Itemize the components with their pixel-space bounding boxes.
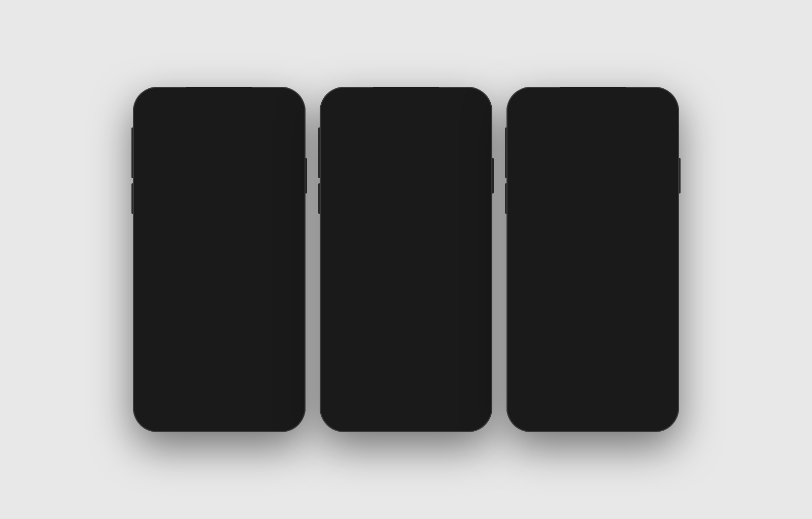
play-icon-1[interactable]: ▶ xyxy=(274,387,280,397)
mix-play-cell[interactable]: ▶ xyxy=(333,217,380,236)
signal-icon-2: ▲▲▲ xyxy=(448,99,463,105)
mix-cell-5[interactable] xyxy=(432,180,479,215)
mini-player-3[interactable]: Touched By You ▶ ⏭ xyxy=(512,378,674,405)
foryou-icon-2: ♥ xyxy=(371,409,376,417)
mini-title-3: Touched By You xyxy=(541,388,642,396)
foryou-icon-3: ♡ xyxy=(557,409,564,417)
tab-search-1[interactable]: ⌕ Search xyxy=(268,409,300,423)
band-member-3 xyxy=(219,172,256,218)
album-1-name-text: Bloom xyxy=(333,327,350,333)
top100-circles xyxy=(197,286,217,298)
radio-hero-desc: Mr Eazi details Life is Eazi Vol. 2 - La… xyxy=(525,228,661,234)
album-1-name: Bloom E xyxy=(333,327,404,333)
tab-browse-3[interactable]: ♪ Browse xyxy=(577,409,609,423)
browse-scroll: ‹ Browse New Music FEATURED ARTIST Check… xyxy=(138,109,300,378)
playlists-see-all[interactable]: See All xyxy=(272,226,292,234)
mini-player-1[interactable]: Touched By You ▶ ⏭ xyxy=(138,378,300,405)
library-icon-1: ⊡ xyxy=(151,409,158,417)
tab-browse-2[interactable]: ♪ Browse xyxy=(390,409,422,423)
skip-icon-3[interactable]: ⏭ xyxy=(660,387,668,397)
radio-show-sub: The voice of London. xyxy=(520,146,666,153)
tab-search-label-1: Search xyxy=(277,418,292,423)
radio-icon-1: ◉ xyxy=(248,409,255,417)
friends-see-all[interactable]: See All xyxy=(459,244,479,252)
radio-scroll: Radio BEATS 1 ON AIR • 8-10AM Rebecca Ju… xyxy=(512,109,674,378)
beats1-label[interactable]: Beats 1 xyxy=(520,245,546,267)
play-icon-3[interactable]: ▶ xyxy=(648,387,654,397)
tab-radio-1[interactable]: ◉ Radio xyxy=(235,409,268,423)
time-2: 9:59 xyxy=(334,98,346,105)
browse-icon-2: ♪ xyxy=(404,409,408,417)
friends-title: Friends Are Listening To xyxy=(333,243,439,253)
beats1-row[interactable]: Beats 1 › xyxy=(520,245,666,267)
new-music-mix-title: New MusicMix xyxy=(337,191,374,206)
status-icons-3: ▲▲▲ wifi ▮ xyxy=(634,99,665,105)
beats-label: BEATS 1 ON AIR • 8-10AM xyxy=(520,131,666,136)
tab-radio-label-3: Radio xyxy=(619,418,631,423)
mix-cell-3[interactable] xyxy=(432,137,479,178)
browse-icon-3: ♪ xyxy=(591,409,595,417)
library-icon-2: ⊡ xyxy=(338,409,345,417)
tab-library-1[interactable]: ⊡ Library xyxy=(138,409,171,423)
recent-card-2[interactable]: 🍎 MUSIC xyxy=(595,313,666,344)
phone-browse: 9:59 ▲▲▲ wifi ▮ ‹ Browse New Music xyxy=(133,87,306,432)
mix-play-button[interactable]: ▶ xyxy=(348,217,366,236)
tab-search-label-3: Search xyxy=(651,418,665,423)
recent-card-1[interactable]: 🍎 MUSIC xyxy=(520,313,591,344)
artist-band-photo[interactable] xyxy=(146,172,292,218)
album-1-artist: Troye Sivan xyxy=(333,333,404,338)
radio-hero-image[interactable]: PLAY NOW Mr Eazi details Life is Eazi Vo… xyxy=(520,157,666,238)
tab-search-2[interactable]: ⌕ Search xyxy=(455,409,487,423)
tab-radio-2[interactable]: ◉ Radio xyxy=(422,409,455,423)
skip-icon-2[interactable]: ⏭ xyxy=(473,387,481,397)
playlist-card-top100[interactable]: TOP 100 UNITED STATES OF AMERICA 100 xyxy=(146,241,221,302)
tab-library-3[interactable]: ⊡ Library xyxy=(512,409,544,423)
radio-icon-2: ◉ xyxy=(435,409,442,417)
mini-player-2[interactable]: Touched By You ▶ ⏭ xyxy=(325,378,487,405)
friend-card-2[interactable]: "Thank U, Next" "thank u, next"THANK U, … xyxy=(408,258,479,338)
mini-thumb-img-3 xyxy=(518,383,536,401)
battery-icon-3: ▮ xyxy=(662,99,665,105)
circle-blue xyxy=(206,286,217,298)
stations-chevron: › xyxy=(663,275,666,283)
tab-browse-1[interactable]: ♪ Browse xyxy=(203,409,235,423)
new-music-mix-cell[interactable]: ✦ MUSIC New MusicMix Updated Today xyxy=(333,137,380,215)
foryou-title: For You xyxy=(333,116,479,132)
tab-radio-3[interactable]: ◉ Radio xyxy=(609,409,641,423)
stations-row[interactable]: Radio Stations › xyxy=(520,267,666,293)
tab-library-2[interactable]: ⊡ Library xyxy=(325,409,357,423)
phone-screen-1: 9:59 ▲▲▲ wifi ▮ ‹ Browse New Music xyxy=(138,92,300,427)
top100-country: UNITED STATES OF AMERICA xyxy=(150,248,217,253)
tab-search-3[interactable]: ⌕ Search xyxy=(641,409,674,423)
back-label[interactable]: Browse xyxy=(149,112,171,120)
screen-content-browse: ‹ Browse New Music FEATURED ARTIST Check… xyxy=(138,109,300,427)
skip-icon-1[interactable]: ⏭ xyxy=(286,387,294,397)
foryou-avatar[interactable] xyxy=(460,109,479,128)
recently-played-title: Recently Played xyxy=(520,299,666,309)
friend-card-1[interactable]: Bloom E Troye Sivan xyxy=(333,258,404,338)
music-label-1: MUSIC xyxy=(527,338,539,342)
play-icon-2[interactable]: ▶ xyxy=(461,387,467,397)
tab-foryou-1[interactable]: ♡ For You xyxy=(171,409,203,423)
stations-label[interactable]: Radio Stations xyxy=(520,269,569,290)
browse-back-nav[interactable]: ‹ Browse xyxy=(146,112,292,120)
mini-thumb-1 xyxy=(144,383,162,401)
mini-controls-1: ▶ ⏭ xyxy=(274,387,294,397)
tab-foryou-2[interactable]: ♥ For You xyxy=(357,409,390,423)
mix-cell-2[interactable]: 🎭 xyxy=(382,137,429,178)
bloom-album xyxy=(333,258,404,325)
tab-foryou-3[interactable]: ♡ For You xyxy=(544,409,577,423)
status-bar-3: 9:59 ▲▲▲ wifi ▮ xyxy=(512,92,674,109)
mix-updated: Updated Today xyxy=(337,207,364,211)
mini-title-2: Touched By You xyxy=(354,388,456,396)
mini-thumb-img-1 xyxy=(144,383,162,401)
mix-cell-4[interactable] xyxy=(382,180,429,215)
phone-foryou: 9:59 ▲▲▲ wifi ▮ FRIDAY, NOVEMBER 9 For Y… xyxy=(320,87,492,432)
radio-icon-3: ◉ xyxy=(622,409,629,417)
playlist-card-neon[interactable]: ♛ xyxy=(226,241,292,302)
friend-cards: Bloom E Troye Sivan "Thank U, Next" "tha… xyxy=(333,258,479,338)
recent-badge-1: 🍎 MUSIC xyxy=(522,338,539,342)
radio-page-title: Radio xyxy=(520,111,666,127)
phone-screen-2: 9:59 ▲▲▲ wifi ▮ FRIDAY, NOVEMBER 9 For Y… xyxy=(325,92,487,427)
music-label-2: MUSIC xyxy=(602,338,614,342)
